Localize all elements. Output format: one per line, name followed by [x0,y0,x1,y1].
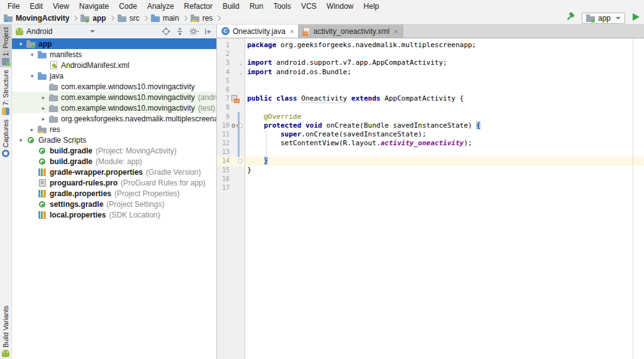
expand-arrow-icon[interactable]: ▸ [27,126,37,133]
gutter-line-4: 4 [217,68,245,77]
breadcrumb-app[interactable]: app [80,14,106,23]
tree-row-androidmanifest[interactable]: AndroidManifest.xml [12,60,216,70]
code-token: protected void [264,121,326,130]
tree-row-build-gradle-project[interactable]: build.gradle (Project: MovingActivity) [12,145,216,156]
menu-item-analyze[interactable]: Analyze [142,1,179,11]
related-layout-icon[interactable] [231,95,239,102]
tree-item-label: AndroidManifest.xml [61,61,130,70]
tree-row-proguard-rules[interactable]: ≡ proguard-rules.pro (ProGuard Rules for… [12,177,216,188]
tree-item-label: java [50,72,64,80]
line-number: 9 [217,113,230,121]
tree-item-label: build.gradle [50,157,92,166]
menu-item-window[interactable]: Window [321,1,358,11]
tree-row-res[interactable]: ▸ res [12,124,216,135]
code-token: ); [464,139,472,147]
breadcrumb-project[interactable]: MovingActivity [4,14,69,23]
tree-row-settings-gradle[interactable]: settings.gradle (Project Settings) [12,199,216,209]
code-token: { [476,121,480,130]
code-token: } [264,157,269,165]
tree-row-build-gradle-module[interactable]: build.gradle (Module: app) [12,156,216,167]
collapse-all-button[interactable] [175,27,184,36]
tree-item-label: Gradle Scripts [38,136,86,145]
menu-item-tools[interactable]: Tools [269,1,296,11]
tree-row-package-androidtest[interactable]: ▸ com.example.windows10.movingactivity (… [12,92,216,102]
code-line-4: import android.os.Bundle; [245,68,644,77]
code-line-7: public class Oneactivity extends AppComp… [245,94,644,103]
gutter-line-9: 9 [217,113,245,121]
breadcrumb-src[interactable]: src [118,14,140,23]
tree-row-java[interactable]: ▾ java [12,70,216,81]
expand-arrow-icon[interactable]: ▾ [16,41,26,47]
menu-item-edit[interactable]: Edit [25,1,48,11]
run-configuration-select[interactable]: app [582,13,625,24]
menu-item-run[interactable]: Run [245,1,269,11]
code-line-3: import android.support.v7.app.AppCompatA… [245,58,644,67]
tree-row-package-geeksforgeeks[interactable]: ▸ org.geeksforgeeks.navedmalik.multiples… [12,113,216,124]
expand-arrow-icon[interactable]: ▾ [27,73,37,79]
tool-button-project[interactable]: 1: Project [0,25,12,67]
code-token [247,157,264,165]
close-tab-icon[interactable]: × [290,28,294,35]
expand-arrow-icon[interactable]: ▸ [38,105,48,111]
tree-row-app[interactable]: ▾ app [12,38,216,49]
menu-item-view[interactable]: View [48,1,74,11]
code-line-15: } [245,166,644,175]
menu-item-navigate[interactable]: Navigate [74,1,114,11]
tree-row-local-properties[interactable]: local.properties (SDK Location) [12,209,216,220]
close-tab-icon[interactable]: × [394,28,397,35]
tree-item-label: build.gradle [50,146,92,155]
settings-button[interactable] [189,27,199,36]
code-line-16 [245,175,644,184]
editor-area: C Oneactivity.java × activity_oneactivit… [217,25,644,359]
expand-arrow-icon[interactable]: ▾ [16,137,26,143]
code-token [247,130,280,138]
expand-arrow-icon[interactable]: ▸ [38,94,48,101]
menu-item-file[interactable]: File [3,1,25,11]
fold-marker-icon[interactable] [238,158,243,163]
menu-item-refactor[interactable]: Refactor [179,1,218,11]
run-button[interactable] [631,13,640,23]
locate-button[interactable] [162,27,170,36]
gutter-line-16: 16 [217,175,245,184]
vcs-change-strip[interactable] [238,112,240,157]
expand-arrow-icon[interactable]: ▾ [27,52,37,58]
tool-button-structure[interactable]: 7: Structure [0,67,12,117]
tab-activity-oneactivity-xml[interactable]: activity_oneactivity.xml × [299,25,403,38]
panel-header-actions [162,27,213,36]
menu-item-build[interactable]: Build [218,1,245,11]
project-view-selector[interactable]: Android [26,27,52,36]
line-number: 3 [217,58,230,67]
tab-oneactivity-java[interactable]: C Oneactivity.java × [217,25,299,38]
build-variants-tool-icon [2,350,9,357]
hide-panel-button[interactable] [204,28,213,36]
tree-row-package-main[interactable]: com.example.windows10.movingactivity [12,81,216,92]
tree-item-label: com.example.windows10.movingactivity [61,104,195,113]
code-token: package [247,41,280,49]
code-token: import [247,68,276,76]
chevron-down-icon [90,30,95,33]
hammer-icon [565,12,575,23]
tree-row-manifests[interactable]: ▾ manifests [12,49,216,60]
folder-icon [37,72,47,80]
menu-item-vcs[interactable]: VCS [296,1,322,11]
tree-row-gradle-scripts[interactable]: ▾ Gradle Scripts [12,135,216,145]
editor-tab-bar: C Oneactivity.java × activity_oneactivit… [217,25,644,38]
expand-arrow-icon[interactable]: ▸ [38,116,48,122]
make-project-button[interactable] [565,12,575,25]
breadcrumb-chevron-icon [109,15,114,20]
fold-marker-icon[interactable] [239,59,242,68]
line-number: 13 [217,148,230,157]
run-config-label: app [598,14,611,23]
tree-row-gradle-wrapper-properties[interactable]: gradle-wrapper.properties (Gradle Versio… [12,167,216,177]
code-editor[interactable]: package org.geeksforgeeks.navedmalik.mul… [245,38,644,359]
breadcrumb-res[interactable]: res [191,14,213,23]
menu-item-code[interactable]: Code [114,1,142,11]
tree-row-package-test[interactable]: ▸ com.example.windows10.movingactivity (… [12,102,216,113]
fold-marker-icon[interactable] [239,69,242,77]
menu-item-help[interactable]: Help [358,1,384,11]
breadcrumb-main[interactable]: main [151,14,179,23]
gradle-icon [37,158,47,165]
tree-row-gradle-properties[interactable]: gradle.properties (Project Properties) [12,188,216,199]
tool-button-build-variants[interactable]: Build Variants [0,303,12,359]
tool-button-captures[interactable]: Captures [0,117,12,159]
